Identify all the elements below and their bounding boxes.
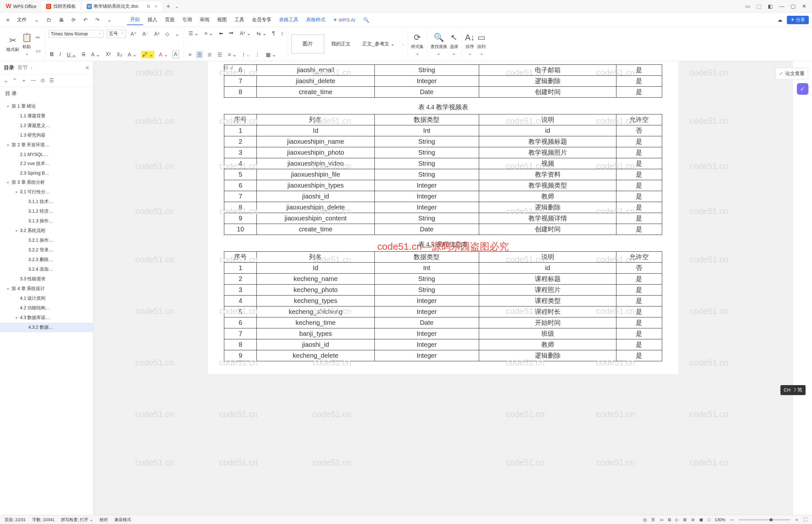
style-more-icon[interactable]: ⌄ <box>402 42 404 46</box>
outline-item[interactable]: 3.1.1 技术… <box>0 197 93 207</box>
status-page[interactable]: 页面: 22/31 <box>4 517 26 523</box>
copy-icon[interactable]: ▭ <box>34 47 42 54</box>
outline-item[interactable]: 4.1 设计原则 <box>0 294 93 303</box>
outline-item[interactable]: 3.2.4 添加… <box>0 265 93 274</box>
subscript-button[interactable]: X₂ <box>115 51 123 58</box>
outline-item[interactable]: 1.3 研究内容 <box>0 131 93 140</box>
user-avatar-icon[interactable]: ◧ <box>768 3 773 9</box>
char-shading-button[interactable]: A <box>172 51 179 58</box>
view-outline-icon[interactable]: ⊘ <box>691 517 695 522</box>
outline-item[interactable]: ▾第 2 章 开发环境… <box>0 140 93 150</box>
outline-item[interactable]: 4.2 功能结构… <box>0 303 93 313</box>
redo-icon[interactable]: ↷ <box>92 15 103 25</box>
paper-check-label[interactable]: ✓论文查重 <box>776 68 808 80</box>
menu-hamburger-icon[interactable]: ≡ <box>3 15 13 24</box>
fullscreen-icon[interactable]: ⛶ <box>803 517 808 522</box>
picture-button[interactable]: 图片 <box>291 34 324 53</box>
outline-item[interactable]: ▾第 3 章 系统分析 <box>0 178 93 187</box>
maximize-icon[interactable]: ▢ <box>791 3 796 9</box>
zoom-out-icon[interactable]: — <box>730 517 734 522</box>
search-icon[interactable]: 🔍 <box>360 15 372 25</box>
align-center-button[interactable]: ☰ <box>196 51 203 58</box>
app-brand[interactable]: W WPS Office <box>3 3 40 10</box>
distribute-button[interactable]: ≡ ⌄ <box>227 51 238 58</box>
document-area[interactable]: ⊟ ↲ 6jiaoshi_emailString电子邮箱是7jiaoshi_de… <box>94 61 793 515</box>
outline-item[interactable]: 3.3 性能需求 <box>0 274 93 284</box>
view-layout-icon[interactable]: ⧉ <box>668 517 671 522</box>
outline-tab-catalog[interactable]: 目录 <box>4 64 14 71</box>
font-color-button[interactable]: A ⌄ <box>158 51 169 58</box>
font-size-select[interactable]: 五号⌄ <box>107 30 126 38</box>
outline-item[interactable]: ▾第 1 章 绪论 <box>0 101 93 111</box>
outline-remove-icon[interactable]: — <box>31 77 36 84</box>
bullets-button[interactable]: ☰ ⌄ <box>187 30 200 37</box>
preview-icon[interactable]: ⟳ <box>68 15 79 25</box>
select-button[interactable]: ↖选择 ⌄ <box>450 33 458 56</box>
tab-template[interactable]: D 找稻壳模板 <box>42 2 80 11</box>
print-icon[interactable]: 🖶 <box>56 15 67 24</box>
outline-item[interactable]: ▾第 4 章 系统设计 <box>0 284 93 294</box>
view-focus-icon[interactable]: ◎ <box>643 517 647 522</box>
menu-view[interactable]: 视图 <box>214 15 230 25</box>
outline-expand-icon[interactable]: ⌃ <box>13 77 17 84</box>
view-page-icon[interactable]: ▭ <box>660 517 663 522</box>
outline-item[interactable]: ▾3.1 可行性分… <box>0 187 93 197</box>
style-reference[interactable]: 正文_参考文 ⌄ <box>358 41 399 47</box>
outline-tab-chapter[interactable]: 章节 <box>17 64 28 71</box>
indent-button[interactable]: ⮕ <box>228 30 235 37</box>
find-replace-button[interactable]: 🔍查找替换 ⌄ <box>430 33 447 56</box>
tab-dropdown-icon[interactable]: ⌄ <box>175 4 179 9</box>
bold-button[interactable]: B <box>49 51 55 58</box>
outline-list[interactable]: ▾第 1 章 绪论1.1 课题背景1.2 课题意义…1.3 研究内容▾第 2 章… <box>0 100 93 515</box>
format-brush-button[interactable]: ✂格式刷 <box>6 35 19 52</box>
strike-button[interactable]: S <box>81 51 87 58</box>
cloud-icon[interactable]: ☁ <box>774 15 785 25</box>
view-draft-icon[interactable]: □ <box>708 517 710 522</box>
share-button[interactable]: ✈ 分享 <box>787 16 809 24</box>
outline-item[interactable]: 2.2 vue 技术… <box>0 159 93 168</box>
menu-insert[interactable]: 插入 <box>144 15 161 25</box>
tab-document[interactable]: W 教学辅助系统论文.doc ⧉ × <box>82 2 162 11</box>
font-case-icon[interactable]: Aᵃ <box>153 30 161 38</box>
undo-icon[interactable]: ↶ <box>80 15 91 25</box>
outline-item[interactable]: ▾3.2 系统流程 <box>0 226 93 235</box>
menu-table-tools[interactable]: 表格工具 <box>276 15 302 25</box>
arrange-button[interactable]: ▭排列 ⌄ <box>477 33 485 56</box>
view-grid-icon[interactable]: ⊞ <box>683 517 687 522</box>
cut-icon[interactable]: ✂ <box>34 34 42 41</box>
view-play-icon[interactable]: ▷ <box>675 517 679 522</box>
outdent-button[interactable]: ⬅ <box>217 30 224 37</box>
font-dec-icon[interactable]: A⁻ <box>141 30 150 38</box>
zoom-slider[interactable] <box>739 519 790 521</box>
menu-tools[interactable]: 工具 <box>231 15 247 25</box>
tab-stops-button[interactable]: ⋮ <box>253 51 261 58</box>
qa-dd-icon[interactable]: ⌄ <box>104 15 115 25</box>
menu-review[interactable]: 审阅 <box>197 15 213 25</box>
superscript-button[interactable]: X² <box>104 51 112 58</box>
asian-layout-button[interactable]: Aᵃ ⌄ <box>238 30 252 37</box>
underline-button[interactable]: U ⌄ <box>65 51 77 58</box>
outline-item[interactable]: 4.3.2 数据… <box>0 323 93 332</box>
outline-add-icon[interactable]: ＋ <box>21 77 27 84</box>
menu-file[interactable]: 文件 <box>14 15 30 25</box>
font-style-button[interactable]: A ⌄ <box>90 51 101 58</box>
align-right-button[interactable]: ≣ <box>206 51 213 58</box>
menu-member[interactable]: 会员专享 <box>249 15 275 25</box>
menu-page[interactable]: 页面 <box>162 15 178 25</box>
menu-file-dd-icon[interactable]: ⌄ <box>31 15 42 25</box>
outline-item[interactable]: ▾4.3 数据库设… <box>0 313 93 323</box>
spacing-button[interactable]: ⫶ ⌄ <box>241 51 250 58</box>
highlight-button[interactable]: 🖍 ⌄ <box>141 51 154 58</box>
align-left-button[interactable]: ≡ <box>187 51 193 58</box>
line-spacing-button[interactable]: ↕ <box>279 30 284 37</box>
align-justify-button[interactable]: ☰ <box>216 51 223 58</box>
outline-chevron-icon[interactable]: › <box>31 66 32 70</box>
status-compat[interactable]: 兼容模式 <box>114 517 131 523</box>
status-spell[interactable]: 拼写检查: 打开 ⌄ <box>61 517 93 523</box>
outline-item[interactable]: 1.2 课题意义… <box>0 121 93 131</box>
tab-add-icon[interactable]: + <box>166 2 170 11</box>
close-icon[interactable]: ✕ <box>802 3 806 9</box>
rail-check-icon[interactable]: ✓ <box>797 83 809 95</box>
view-read-icon[interactable]: ☰ <box>651 517 655 522</box>
outline-collapse-icon[interactable]: ⌄ <box>4 77 8 84</box>
